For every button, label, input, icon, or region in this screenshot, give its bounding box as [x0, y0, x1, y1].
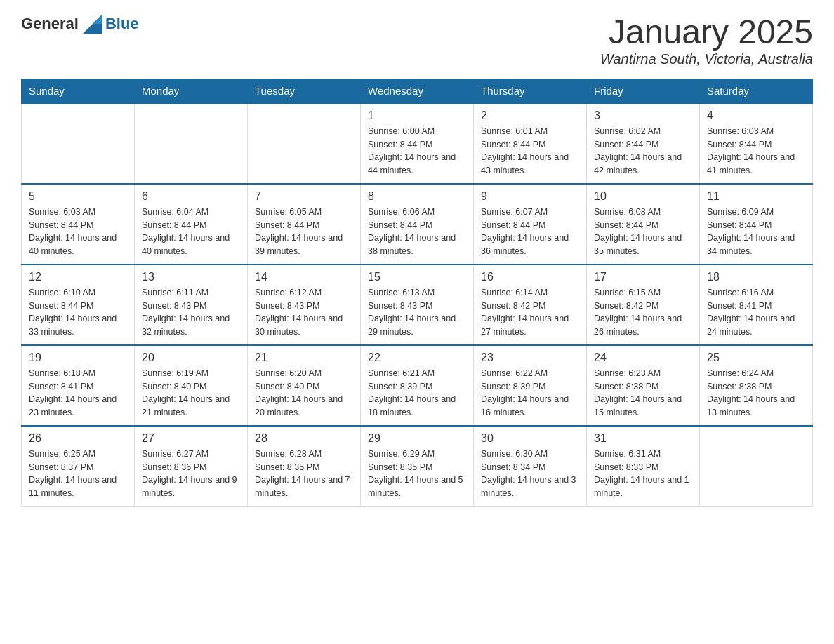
calendar-day-cell: 19Sunrise: 6:18 AM Sunset: 8:41 PM Dayli…: [22, 345, 135, 426]
calendar-header-wednesday: Wednesday: [361, 79, 474, 103]
day-info: Sunrise: 6:12 AM Sunset: 8:43 PM Dayligh…: [255, 286, 353, 339]
calendar-day-cell: [22, 103, 135, 184]
day-number: 27: [142, 432, 240, 445]
logo: General Blue: [21, 14, 139, 34]
day-number: 2: [481, 109, 579, 122]
calendar-day-cell: 25Sunrise: 6:24 AM Sunset: 8:38 PM Dayli…: [700, 345, 813, 426]
calendar-day-cell: 9Sunrise: 6:07 AM Sunset: 8:44 PM Daylig…: [474, 184, 587, 264]
calendar-day-cell: 30Sunrise: 6:30 AM Sunset: 8:34 PM Dayli…: [474, 426, 587, 507]
calendar-day-cell: 14Sunrise: 6:12 AM Sunset: 8:43 PM Dayli…: [248, 264, 361, 345]
calendar-day-cell: 20Sunrise: 6:19 AM Sunset: 8:40 PM Dayli…: [135, 345, 248, 426]
calendar-header-tuesday: Tuesday: [248, 79, 361, 103]
day-info: Sunrise: 6:25 AM Sunset: 8:37 PM Dayligh…: [29, 448, 127, 500]
calendar-week-row: 26Sunrise: 6:25 AM Sunset: 8:37 PM Dayli…: [22, 426, 813, 507]
calendar-header-sunday: Sunday: [22, 79, 135, 103]
day-number: 29: [368, 432, 466, 445]
day-number: 26: [29, 432, 127, 445]
calendar-day-cell: 23Sunrise: 6:22 AM Sunset: 8:39 PM Dayli…: [474, 345, 587, 426]
calendar-week-row: 5Sunrise: 6:03 AM Sunset: 8:44 PM Daylig…: [22, 184, 813, 264]
day-number: 3: [594, 109, 692, 122]
day-info: Sunrise: 6:03 AM Sunset: 8:44 PM Dayligh…: [707, 125, 805, 177]
day-info: Sunrise: 6:14 AM Sunset: 8:42 PM Dayligh…: [481, 286, 579, 339]
day-info: Sunrise: 6:08 AM Sunset: 8:44 PM Dayligh…: [594, 206, 692, 258]
day-number: 1: [368, 109, 466, 122]
day-info: Sunrise: 6:02 AM Sunset: 8:44 PM Dayligh…: [594, 125, 692, 177]
day-info: Sunrise: 6:18 AM Sunset: 8:41 PM Dayligh…: [29, 367, 127, 420]
day-info: Sunrise: 6:21 AM Sunset: 8:39 PM Dayligh…: [368, 367, 466, 420]
day-info: Sunrise: 6:24 AM Sunset: 8:38 PM Dayligh…: [707, 367, 805, 420]
day-number: 31: [594, 432, 692, 445]
day-info: Sunrise: 6:31 AM Sunset: 8:33 PM Dayligh…: [594, 448, 692, 500]
day-info: Sunrise: 6:28 AM Sunset: 8:35 PM Dayligh…: [255, 448, 353, 500]
day-number: 4: [707, 109, 805, 122]
day-info: Sunrise: 6:22 AM Sunset: 8:39 PM Dayligh…: [481, 367, 579, 420]
day-info: Sunrise: 6:11 AM Sunset: 8:43 PM Dayligh…: [142, 286, 240, 339]
month-title: January 2025: [600, 14, 813, 51]
day-number: 17: [594, 271, 692, 283]
location-title: Wantirna South, Victoria, Australia: [600, 51, 813, 67]
logo-general-text: General: [21, 15, 79, 33]
calendar-week-row: 19Sunrise: 6:18 AM Sunset: 8:41 PM Dayli…: [22, 345, 813, 426]
calendar-day-cell: 12Sunrise: 6:10 AM Sunset: 8:44 PM Dayli…: [22, 264, 135, 345]
calendar-day-cell: 11Sunrise: 6:09 AM Sunset: 8:44 PM Dayli…: [700, 184, 813, 264]
calendar-day-cell: 4Sunrise: 6:03 AM Sunset: 8:44 PM Daylig…: [700, 103, 813, 184]
day-info: Sunrise: 6:20 AM Sunset: 8:40 PM Dayligh…: [255, 367, 353, 420]
calendar-day-cell: 16Sunrise: 6:14 AM Sunset: 8:42 PM Dayli…: [474, 264, 587, 345]
day-info: Sunrise: 6:16 AM Sunset: 8:41 PM Dayligh…: [707, 286, 805, 339]
calendar-day-cell: 22Sunrise: 6:21 AM Sunset: 8:39 PM Dayli…: [361, 345, 474, 426]
day-number: 14: [255, 271, 353, 283]
calendar-header-thursday: Thursday: [474, 79, 587, 103]
day-number: 20: [142, 351, 240, 364]
day-number: 25: [707, 351, 805, 364]
calendar-day-cell: 17Sunrise: 6:15 AM Sunset: 8:42 PM Dayli…: [587, 264, 700, 345]
day-info: Sunrise: 6:04 AM Sunset: 8:44 PM Dayligh…: [142, 206, 240, 258]
day-number: 21: [255, 351, 353, 364]
calendar-day-cell: 6Sunrise: 6:04 AM Sunset: 8:44 PM Daylig…: [135, 184, 248, 264]
day-number: 7: [255, 190, 353, 203]
day-number: 16: [481, 271, 579, 283]
day-number: 18: [707, 271, 805, 283]
day-number: 10: [594, 190, 692, 203]
calendar-day-cell: 28Sunrise: 6:28 AM Sunset: 8:35 PM Dayli…: [248, 426, 361, 507]
day-info: Sunrise: 6:10 AM Sunset: 8:44 PM Dayligh…: [29, 286, 127, 339]
day-number: 9: [481, 190, 579, 203]
calendar-day-cell: 31Sunrise: 6:31 AM Sunset: 8:33 PM Dayli…: [587, 426, 700, 507]
calendar-day-cell: [135, 103, 248, 184]
day-info: Sunrise: 6:13 AM Sunset: 8:43 PM Dayligh…: [368, 286, 466, 339]
calendar-week-row: 1Sunrise: 6:00 AM Sunset: 8:44 PM Daylig…: [22, 103, 813, 184]
day-number: 12: [29, 271, 127, 283]
calendar-day-cell: 3Sunrise: 6:02 AM Sunset: 8:44 PM Daylig…: [587, 103, 700, 184]
calendar-day-cell: 7Sunrise: 6:05 AM Sunset: 8:44 PM Daylig…: [248, 184, 361, 264]
day-info: Sunrise: 6:06 AM Sunset: 8:44 PM Dayligh…: [368, 206, 466, 258]
day-number: 5: [29, 190, 127, 203]
page-header: General Blue January 2025 Wantirna South…: [21, 14, 813, 67]
day-info: Sunrise: 6:29 AM Sunset: 8:35 PM Dayligh…: [368, 448, 466, 500]
calendar-day-cell: 26Sunrise: 6:25 AM Sunset: 8:37 PM Dayli…: [22, 426, 135, 507]
calendar-header-saturday: Saturday: [700, 79, 813, 103]
calendar-day-cell: 5Sunrise: 6:03 AM Sunset: 8:44 PM Daylig…: [22, 184, 135, 264]
calendar-table: SundayMondayTuesdayWednesdayThursdayFrid…: [21, 79, 813, 507]
day-number: 19: [29, 351, 127, 364]
calendar-day-cell: 15Sunrise: 6:13 AM Sunset: 8:43 PM Dayli…: [361, 264, 474, 345]
calendar-day-cell: 10Sunrise: 6:08 AM Sunset: 8:44 PM Dayli…: [587, 184, 700, 264]
day-number: 30: [481, 432, 579, 445]
day-number: 23: [481, 351, 579, 364]
calendar-day-cell: 24Sunrise: 6:23 AM Sunset: 8:38 PM Dayli…: [587, 345, 700, 426]
day-number: 15: [368, 271, 466, 283]
day-info: Sunrise: 6:30 AM Sunset: 8:34 PM Dayligh…: [481, 448, 579, 500]
calendar-day-cell: [248, 103, 361, 184]
logo-icon: [83, 14, 102, 34]
calendar-header-row: SundayMondayTuesdayWednesdayThursdayFrid…: [22, 79, 813, 103]
day-info: Sunrise: 6:03 AM Sunset: 8:44 PM Dayligh…: [29, 206, 127, 258]
day-info: Sunrise: 6:19 AM Sunset: 8:40 PM Dayligh…: [142, 367, 240, 420]
day-info: Sunrise: 6:23 AM Sunset: 8:38 PM Dayligh…: [594, 367, 692, 420]
day-number: 22: [368, 351, 466, 364]
day-info: Sunrise: 6:07 AM Sunset: 8:44 PM Dayligh…: [481, 206, 579, 258]
day-info: Sunrise: 6:15 AM Sunset: 8:42 PM Dayligh…: [594, 286, 692, 339]
title-section: January 2025 Wantirna South, Victoria, A…: [600, 14, 813, 67]
calendar-day-cell: 27Sunrise: 6:27 AM Sunset: 8:36 PM Dayli…: [135, 426, 248, 507]
day-info: Sunrise: 6:27 AM Sunset: 8:36 PM Dayligh…: [142, 448, 240, 500]
calendar-header-monday: Monday: [135, 79, 248, 103]
day-number: 28: [255, 432, 353, 445]
calendar-day-cell: 8Sunrise: 6:06 AM Sunset: 8:44 PM Daylig…: [361, 184, 474, 264]
